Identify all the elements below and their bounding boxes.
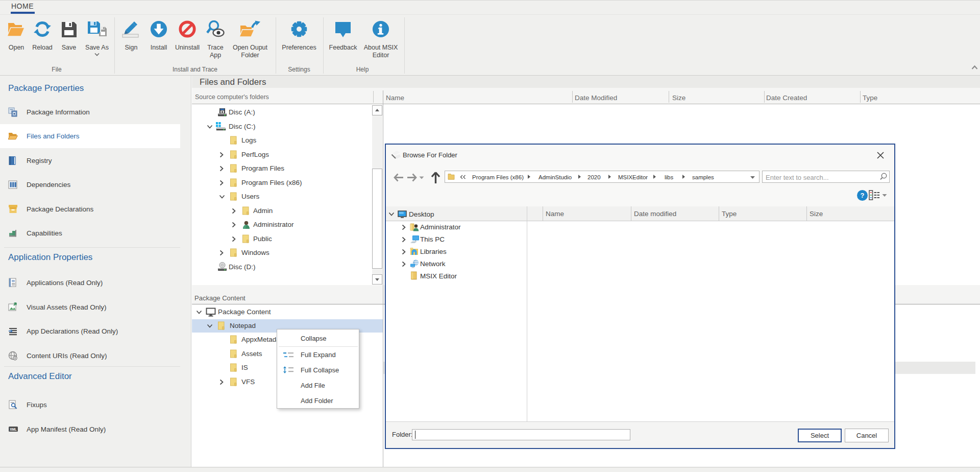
- svg-text:XML: XML: [10, 428, 17, 431]
